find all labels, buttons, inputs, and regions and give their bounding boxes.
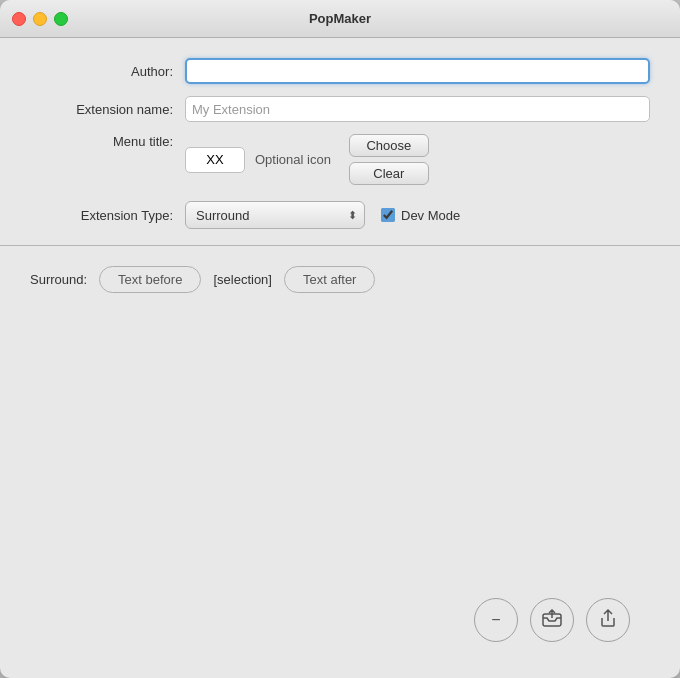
inbox-button[interactable]	[530, 598, 574, 642]
window-title: PopMaker	[309, 11, 371, 26]
extension-name-field[interactable]: My Extension	[185, 96, 650, 122]
close-button[interactable]	[12, 12, 26, 26]
text-after-button[interactable]: Text after	[284, 266, 375, 293]
author-label: Author:	[30, 64, 185, 79]
inbox-icon	[542, 609, 562, 631]
surround-section: Surround: Text before [selection] Text a…	[30, 266, 650, 293]
text-before-button[interactable]: Text before	[99, 266, 201, 293]
dev-mode-checkbox[interactable]	[381, 208, 395, 222]
section-divider	[0, 245, 680, 246]
minus-icon: −	[491, 611, 500, 629]
author-row: Author:	[30, 58, 650, 84]
bottom-toolbar: −	[30, 588, 650, 658]
menu-title-top: Optional icon Choose Clear	[185, 134, 650, 185]
author-input[interactable]	[185, 58, 650, 84]
menu-title-row: Menu title: Optional icon Choose Clear	[30, 134, 650, 185]
share-button[interactable]	[586, 598, 630, 642]
choose-button[interactable]: Choose	[349, 134, 429, 157]
extension-name-label: Extension name:	[30, 102, 185, 117]
extension-name-row: Extension name: My Extension	[30, 96, 650, 122]
share-icon	[599, 608, 617, 632]
extension-type-select[interactable]: Surround Insert Wrap	[185, 201, 365, 229]
menu-title-inputs: Optional icon Choose Clear	[185, 134, 650, 185]
main-content: Author: Extension name: My Extension Men…	[0, 38, 680, 678]
extension-type-select-wrapper: Surround Insert Wrap ⬍	[185, 201, 365, 229]
menu-title-label: Menu title:	[30, 134, 185, 149]
title-bar: PopMaker	[0, 0, 680, 38]
minus-button[interactable]: −	[474, 598, 518, 642]
clear-button[interactable]: Clear	[349, 162, 429, 185]
icon-buttons: Choose Clear	[349, 134, 429, 185]
app-window: PopMaker Author: Extension name: My Exte…	[0, 0, 680, 678]
titlebar-buttons	[12, 12, 68, 26]
extension-type-row: Extension Type: Surround Insert Wrap ⬍ D…	[30, 201, 650, 229]
dev-mode-label: Dev Mode	[401, 208, 460, 223]
selection-label: [selection]	[213, 272, 272, 287]
menu-title-input[interactable]	[185, 147, 245, 173]
extension-type-label: Extension Type:	[30, 208, 185, 223]
dev-mode-wrapper: Dev Mode	[381, 208, 460, 223]
surround-label: Surround:	[30, 272, 87, 287]
optional-icon-label: Optional icon	[255, 152, 331, 167]
maximize-button[interactable]	[54, 12, 68, 26]
minimize-button[interactable]	[33, 12, 47, 26]
